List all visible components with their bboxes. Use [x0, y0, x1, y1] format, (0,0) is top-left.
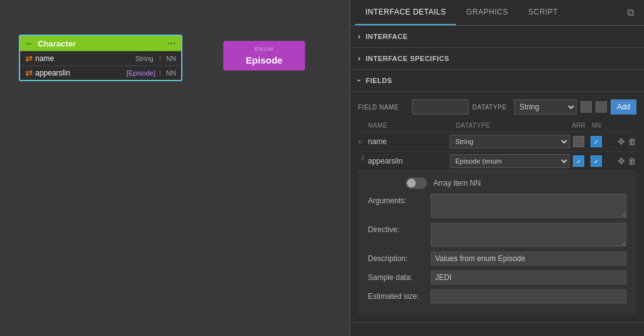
- character-node[interactable]: ← Character ··· ⇄ name String ! NN ⇄ app…: [19, 35, 182, 81]
- directive-row: Directive:: [368, 223, 626, 247]
- array-item-nn-toggle[interactable]: [406, 177, 427, 189]
- move-icon2[interactable]: ✥: [618, 156, 625, 166]
- right-panel: INTERFACE DETAILS GRAPHICS SCRIPT ⧉ INTE…: [350, 0, 644, 336]
- interface-section-header[interactable]: INTERFACE: [350, 26, 644, 48]
- field-appearslin-expand-icon[interactable]: ›: [358, 156, 367, 166]
- interface-chevron-icon: [358, 32, 361, 41]
- field-name-input[interactable]: [412, 99, 469, 115]
- field-name-type-select[interactable]: String: [450, 135, 570, 148]
- fields-section-label: FIELDS: [366, 77, 392, 84]
- field-name-expand-icon[interactable]: ›: [358, 137, 368, 146]
- field-type-label: String: [135, 55, 153, 62]
- episode-node-name: Episode: [231, 55, 297, 65]
- field-required-icon: !: [157, 55, 161, 62]
- panel-layout-icon[interactable]: ⧉: [622, 2, 639, 23]
- field-appearslin-type-select[interactable]: Episode (enum: [450, 154, 570, 168]
- interface-section-label: INTERFACE: [366, 33, 408, 40]
- arguments-row: Arguments:: [368, 194, 626, 218]
- array-item-nn-label: Array item NN: [433, 179, 480, 188]
- array-item-nn-row: Array item NN: [368, 177, 626, 189]
- field-appearslin-arr-check[interactable]: ✓: [570, 155, 587, 167]
- field-row-appearslin-label: appearslin: [368, 157, 450, 165]
- field-name-column-header: FIELD NAME: [358, 104, 408, 111]
- episode-node-label: ENUM: [231, 46, 297, 52]
- description-row: Description: Values from enum Episode: [368, 252, 626, 266]
- name-col-header: NAME: [368, 122, 456, 129]
- episode-node[interactable]: ENUM Episode: [223, 41, 305, 70]
- field-table-headers: NAME DATATYPE ARR NN: [358, 122, 636, 129]
- field-appearslin-label: appearslin: [35, 69, 124, 77]
- nn-checked-icon2[interactable]: ✓: [591, 155, 602, 167]
- field-link-icon: ⇄: [25, 53, 33, 64]
- tab-interface-details[interactable]: INTERFACE DETAILS: [355, 0, 456, 25]
- field-episode-type: [Episode]: [126, 69, 155, 77]
- sample-data-label: Sample data:: [368, 271, 425, 282]
- description-value: Values from enum Episode: [431, 252, 626, 266]
- node-arrow-icon: ←: [25, 38, 34, 48]
- directive-label: Directive:: [368, 223, 425, 234]
- description-label: Description:: [368, 252, 425, 263]
- datatype-col-header: DATATYPE: [456, 122, 570, 129]
- character-field-appearslin[interactable]: ⇄ appearslin [Episode] ! NN: [20, 65, 181, 80]
- interface-specifics-section-header[interactable]: INTERFACE SPECIFICS: [350, 48, 644, 70]
- field-add-row: FIELD NAME DATATYPE String Int Float Boo…: [358, 99, 636, 115]
- delete-icon[interactable]: 🗑: [628, 137, 636, 147]
- character-node-header: ← Character ···: [20, 36, 181, 51]
- character-node-title: Character: [38, 39, 76, 48]
- fields-chevron-icon: [358, 76, 361, 85]
- field-required-icon2: !: [159, 69, 161, 77]
- arguments-label: Arguments:: [368, 194, 425, 205]
- delete-icon2[interactable]: 🗑: [628, 156, 636, 166]
- field-nn-label2: NN: [166, 69, 176, 77]
- tabs-bar: INTERFACE DETAILS GRAPHICS SCRIPT ⧉: [350, 0, 644, 26]
- arguments-input[interactable]: [431, 194, 626, 218]
- fields-section-content: FIELD NAME DATATYPE String Int Float Boo…: [350, 92, 644, 323]
- field-name-nn-check[interactable]: ✓: [587, 136, 605, 147]
- arr-unchecked-icon[interactable]: [573, 136, 584, 147]
- tab-graphics[interactable]: GRAPHICS: [456, 0, 518, 25]
- arr-checked-icon2[interactable]: ✓: [573, 155, 584, 167]
- field-nn-label: NN: [166, 55, 176, 62]
- interface-specifics-section-label: INTERFACE SPECIFICS: [366, 55, 450, 62]
- field-row-appearslin[interactable]: › appearslin Episode (enum ✓ ✓ ✥ 🗑: [358, 151, 636, 171]
- field-link-icon2: ⇄: [25, 68, 33, 78]
- nn-col-header: NN: [587, 122, 605, 129]
- node-menu-icon[interactable]: ···: [168, 39, 176, 48]
- add-field-button[interactable]: Add: [611, 99, 636, 115]
- character-field-name[interactable]: ⇄ name String ! NN: [20, 51, 181, 65]
- field-name-actions: ✥ 🗑: [605, 137, 636, 147]
- datatype-column-header: DATATYPE: [472, 104, 510, 111]
- move-icon[interactable]: ✥: [618, 137, 625, 147]
- nn-checkbox[interactable]: [596, 101, 607, 113]
- panel-content: INTERFACE INTERFACE SPECIFICS FIELDS FIE…: [350, 26, 644, 336]
- field-appearslin-nn-check[interactable]: ✓: [587, 155, 605, 167]
- sample-data-value: JEDI: [431, 271, 626, 284]
- datatype-select[interactable]: String Int Float Boolean ID: [514, 99, 577, 115]
- estimated-size-row: Estimated size:: [368, 289, 626, 303]
- estimated-size-label: Estimated size:: [368, 289, 425, 301]
- field-row-name-label: name: [368, 137, 450, 146]
- field-appearslin-actions: ✥ 🗑: [605, 156, 636, 166]
- field-name-arr-check[interactable]: [570, 136, 587, 147]
- canvas-area: ← Character ··· ⇄ name String ! NN ⇄ app…: [0, 0, 350, 336]
- field-row-name[interactable]: › name String ✓ ✥ 🗑: [358, 132, 636, 151]
- arr-col-header: ARR: [570, 122, 587, 129]
- interface-specifics-chevron-icon: [358, 54, 361, 63]
- nn-checked-icon[interactable]: ✓: [591, 136, 602, 147]
- arr-checkbox[interactable]: [580, 101, 592, 113]
- field-name-label: name: [35, 54, 133, 63]
- sample-data-row: Sample data: JEDI: [368, 271, 626, 284]
- tab-script[interactable]: SCRIPT: [518, 0, 568, 25]
- directive-input[interactable]: [431, 223, 626, 247]
- estimated-size-value: [431, 289, 626, 303]
- appearslin-expanded-section: Array item NN Arguments: Directive: Desc…: [358, 171, 636, 315]
- fields-section-header[interactable]: FIELDS: [350, 70, 644, 92]
